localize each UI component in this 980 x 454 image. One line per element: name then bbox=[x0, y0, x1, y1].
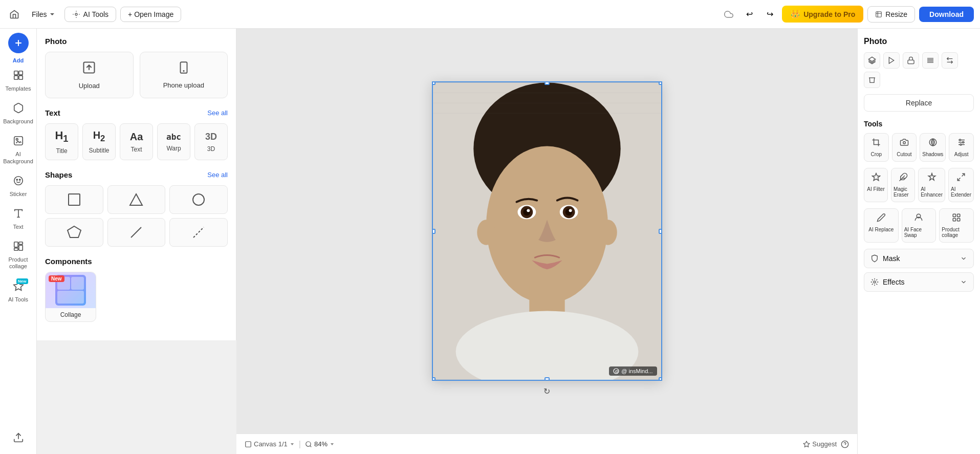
tool-ai-face-swap[interactable]: AI Face Swap bbox=[902, 208, 937, 243]
ai-enhancer-label: AI Enhancer bbox=[921, 186, 943, 198]
ai-extender-icon bbox=[956, 172, 966, 184]
tool-product-collage[interactable]: Product collage bbox=[939, 208, 974, 243]
svg-rect-16 bbox=[18, 242, 22, 245]
sidebar-item-text-label: Text bbox=[13, 224, 23, 230]
canvas-page-label: Canvas 1/1 bbox=[254, 440, 288, 448]
svg-marker-73 bbox=[872, 174, 880, 181]
warp-glyph: abc bbox=[166, 132, 181, 142]
sidebar-item-background[interactable]: Background bbox=[3, 98, 34, 129]
tool-ai-filter[interactable]: AI Filter bbox=[864, 168, 888, 202]
tool-ai-enhancer[interactable]: AI Enhancer bbox=[918, 168, 945, 202]
sidebar-item-product-collage-label: Product collage bbox=[5, 256, 32, 270]
svg-rect-5 bbox=[18, 71, 22, 75]
svg-point-72 bbox=[960, 144, 962, 145]
mask-toggle[interactable]: Mask bbox=[864, 249, 974, 268]
text-option-text[interactable]: Aa Text bbox=[120, 123, 153, 160]
svg-rect-52 bbox=[246, 441, 251, 447]
tool-magic-eraser[interactable]: Magic Eraser bbox=[891, 168, 915, 202]
phone-upload-card[interactable]: Phone upload bbox=[140, 52, 228, 98]
sidebar-item-sticker[interactable]: Sticker bbox=[3, 171, 34, 202]
text-option-3d[interactable]: 3D 3D bbox=[194, 123, 228, 160]
svg-rect-24 bbox=[69, 194, 80, 205]
main-area: Add Templates Background AI Background S… bbox=[0, 29, 980, 454]
add-button[interactable] bbox=[8, 33, 29, 53]
text-option-warp[interactable]: abc Warp bbox=[157, 123, 190, 160]
svg-rect-6 bbox=[14, 76, 17, 79]
tool-ai-extender[interactable]: AI Extender bbox=[948, 168, 974, 202]
shape-circle[interactable] bbox=[169, 185, 228, 214]
sidebar-item-upload[interactable] bbox=[3, 428, 34, 450]
text-icon bbox=[13, 208, 24, 222]
canvas-viewport[interactable]: AI NEW ··· bbox=[236, 29, 857, 434]
svg-rect-64 bbox=[874, 140, 879, 145]
sidebar-item-ai-tools[interactable]: New AI Tools bbox=[3, 276, 34, 307]
upgrade-button[interactable]: 👑 Upgrade to Pro bbox=[782, 6, 863, 23]
right-icon-lock[interactable] bbox=[903, 52, 919, 69]
replace-button[interactable]: Replace bbox=[864, 94, 974, 112]
bottom-sep-1: | bbox=[299, 440, 301, 449]
text-see-all[interactable]: See all bbox=[207, 109, 228, 117]
panel-wrapper: Photo Upload Phone upload bbox=[37, 29, 236, 454]
right-icon-flip[interactable] bbox=[942, 52, 958, 69]
download-button[interactable]: Download bbox=[919, 7, 974, 22]
redo-button[interactable]: ↪ bbox=[761, 6, 778, 23]
cloud-button[interactable] bbox=[721, 6, 737, 23]
sidebar-item-sticker-label: Sticker bbox=[10, 191, 27, 198]
text-option-subtitle[interactable]: H2 Subtitle bbox=[82, 123, 116, 160]
svg-rect-80 bbox=[957, 214, 960, 217]
sidebar-item-ai-background[interactable]: AI Background bbox=[3, 131, 34, 168]
text-glyph: Aa bbox=[130, 131, 143, 143]
shape-line[interactable] bbox=[107, 218, 166, 247]
svg-point-83 bbox=[874, 281, 876, 283]
shapes-see-all[interactable]: See all bbox=[207, 171, 228, 179]
right-icon-align[interactable] bbox=[922, 52, 939, 69]
tool-cutout[interactable]: Cutout bbox=[892, 133, 917, 162]
sidebar-item-templates[interactable]: Templates bbox=[3, 66, 34, 96]
resize-button[interactable]: Resize bbox=[867, 6, 915, 23]
tool-adjust[interactable]: Adjust bbox=[949, 133, 974, 162]
sidebar-item-text[interactable]: Text bbox=[3, 204, 34, 234]
rotate-handle[interactable]: ↻ bbox=[542, 386, 552, 396]
right-icon-layers[interactable] bbox=[864, 52, 880, 69]
suggest-label: Suggest bbox=[812, 440, 837, 448]
text-label: Text bbox=[130, 146, 142, 153]
svg-point-0 bbox=[75, 13, 77, 15]
help-btn[interactable] bbox=[841, 440, 849, 448]
undo-button[interactable]: ↩ bbox=[741, 6, 757, 23]
right-panel: Photo Replace bbox=[857, 29, 980, 454]
right-icon-delete[interactable] bbox=[864, 72, 880, 88]
files-button[interactable]: Files bbox=[27, 7, 60, 21]
svg-rect-59 bbox=[908, 60, 914, 63]
shape-pentagon[interactable] bbox=[45, 218, 103, 247]
svg-rect-1 bbox=[876, 11, 882, 17]
svg-rect-17 bbox=[18, 245, 22, 250]
tool-shadows[interactable]: Shadows bbox=[920, 133, 946, 162]
tool-crop[interactable]: Crop bbox=[864, 133, 889, 162]
zoom-control[interactable]: 84% bbox=[305, 440, 335, 448]
components-section-header: Components bbox=[45, 257, 228, 266]
open-image-button[interactable]: + Open Image bbox=[120, 7, 181, 22]
home-button[interactable] bbox=[6, 6, 23, 23]
magic-eraser-label: Magic Eraser bbox=[894, 186, 912, 198]
text-option-title[interactable]: H1 Title bbox=[45, 123, 78, 160]
ai-tools-button[interactable]: AI Tools bbox=[64, 7, 117, 22]
upload-card-label: Upload bbox=[79, 82, 100, 90]
collage-component-card[interactable]: New Collage bbox=[45, 272, 96, 322]
shape-triangle[interactable] bbox=[107, 185, 166, 214]
upload-nav-icon bbox=[13, 432, 24, 446]
face-image bbox=[433, 82, 661, 380]
shape-dashed-line[interactable] bbox=[169, 218, 228, 247]
right-icon-animate[interactable] bbox=[883, 52, 900, 69]
tool-ai-replace[interactable]: AI Replace bbox=[864, 208, 899, 243]
canvas-image[interactable]: AI NEW ··· bbox=[432, 81, 662, 381]
upload-card[interactable]: Upload bbox=[45, 52, 134, 98]
sidebar-item-product-collage[interactable]: Product collage bbox=[3, 236, 34, 274]
shape-square[interactable] bbox=[45, 185, 103, 214]
effects-toggle[interactable]: Effects bbox=[864, 272, 974, 292]
suggest-btn[interactable]: Suggest bbox=[803, 440, 837, 448]
left-nav: Add Templates Background AI Background S… bbox=[0, 29, 37, 454]
canvas-label[interactable]: Canvas 1/1 bbox=[245, 440, 295, 448]
photo-section-title: Photo bbox=[45, 37, 67, 46]
upgrade-label: Upgrade to Pro bbox=[803, 10, 855, 18]
mask-label: Mask bbox=[883, 254, 900, 263]
